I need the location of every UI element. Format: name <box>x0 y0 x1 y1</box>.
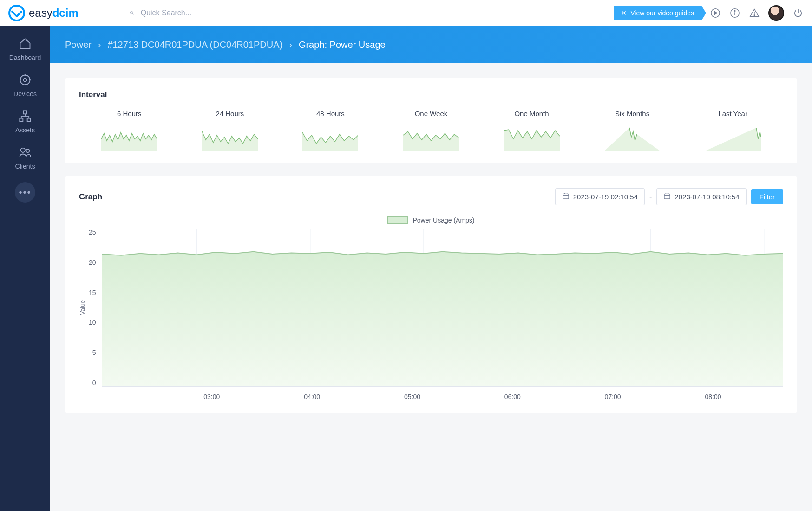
svg-point-10 <box>23 79 26 82</box>
svg-rect-15 <box>23 111 26 114</box>
chevron-right-icon: › <box>289 39 292 50</box>
video-guides-label: View our video guides <box>630 9 694 17</box>
sparkline-icon <box>604 125 660 151</box>
sidebar-item-label: Devices <box>13 90 37 98</box>
date-to-input[interactable]: 2023-07-19 08:10:54 <box>656 188 746 205</box>
svg-rect-17 <box>27 118 31 122</box>
interval-label: Six Months <box>615 110 649 118</box>
date-to-value: 2023-07-19 08:10:54 <box>674 193 739 201</box>
y-tick: 10 <box>89 319 96 326</box>
sidebar-item-devices[interactable]: Devices <box>13 73 37 98</box>
sparkline-icon <box>202 125 258 151</box>
interval-option[interactable]: 24 Hours <box>202 110 258 151</box>
sidebar-more-button[interactable]: ••• <box>15 182 35 203</box>
alert-icon[interactable] <box>749 7 760 19</box>
interval-option[interactable]: Six Months <box>604 110 660 151</box>
svg-point-6 <box>734 10 735 11</box>
chevron-right-icon: › <box>98 39 101 50</box>
legend-swatch-icon <box>387 216 408 224</box>
search-input[interactable] <box>141 9 280 17</box>
x-tick: 05:00 <box>362 393 463 400</box>
interval-option[interactable]: Last Year <box>705 110 761 151</box>
info-icon[interactable] <box>729 7 740 19</box>
interval-label: Last Year <box>718 110 747 118</box>
svg-rect-24 <box>563 194 569 199</box>
date-from-input[interactable]: 2023-07-19 02:10:54 <box>555 188 645 205</box>
svg-point-8 <box>754 14 755 15</box>
sparkline-icon <box>101 125 157 151</box>
brand-logo[interactable]: easydcim <box>8 5 79 21</box>
y-tick: 25 <box>89 229 96 236</box>
svg-point-23 <box>26 149 29 152</box>
graph-title: Graph <box>79 192 102 202</box>
interval-label: 6 Hours <box>117 110 142 118</box>
svg-rect-16 <box>20 118 23 122</box>
svg-line-1 <box>132 13 133 14</box>
sparkline-icon <box>403 125 459 151</box>
brand-name-b: dcim <box>52 7 79 20</box>
sparkline-icon <box>705 125 761 151</box>
graph-card: Graph 2023-07-19 02:10:54 - 2023-07-19 0… <box>65 176 797 413</box>
filter-button[interactable]: Filter <box>751 189 783 204</box>
sidebar-item-label: Dashboard <box>9 54 41 61</box>
logo-mark-icon <box>8 5 25 21</box>
breadcrumb-device[interactable]: #12713 DC04R01PDUA (DC04R01PDUA) <box>107 39 282 50</box>
sidebar-item-label: Clients <box>15 163 35 170</box>
x-tick: 04:00 <box>262 393 362 400</box>
svg-marker-3 <box>714 11 717 14</box>
y-tick: 5 <box>89 349 96 356</box>
svg-point-22 <box>21 148 25 152</box>
breadcrumb-power[interactable]: Power <box>65 39 92 50</box>
interval-option[interactable]: 6 Hours <box>101 110 157 151</box>
brand-name-a: easy <box>29 7 52 20</box>
video-guides-banner[interactable]: ✕ View our video guides <box>614 6 701 20</box>
legend-label: Power Usage (Amps) <box>413 216 474 224</box>
sparkline-icon <box>504 125 560 151</box>
date-from-value: 2023-07-19 02:10:54 <box>573 193 638 201</box>
chart-plot[interactable] <box>102 229 783 387</box>
y-tick: 20 <box>89 259 96 266</box>
sidebar-item-label: Assets <box>15 126 35 134</box>
y-tick: 0 <box>89 379 96 387</box>
interval-label: 48 Hours <box>316 110 345 118</box>
sidebar-item-clients[interactable]: Clients <box>15 146 35 170</box>
interval-option[interactable]: One Month <box>504 110 560 151</box>
calendar-icon <box>562 192 570 201</box>
close-icon[interactable]: ✕ <box>621 9 627 17</box>
x-tick: 07:00 <box>563 393 663 400</box>
interval-title: Interval <box>79 90 783 99</box>
avatar[interactable] <box>768 5 784 21</box>
interval-card: Interval 6 Hours24 Hours48 HoursOne Week… <box>65 78 797 163</box>
search-icon <box>130 7 141 19</box>
interval-label: One Week <box>415 110 448 118</box>
svg-rect-28 <box>664 194 670 199</box>
interval-option[interactable]: One Week <box>403 110 459 151</box>
play-icon[interactable] <box>710 7 721 19</box>
chart-legend: Power Usage (Amps) <box>79 216 783 224</box>
svg-point-0 <box>130 11 133 14</box>
power-icon[interactable] <box>792 7 804 19</box>
interval-label: One Month <box>514 110 549 118</box>
calendar-icon <box>663 192 671 201</box>
sidebar-item-assets[interactable]: Assets <box>15 110 35 134</box>
interval-option[interactable]: 48 Hours <box>302 110 358 151</box>
sidebar-item-dashboard[interactable]: Dashboard <box>9 37 41 61</box>
x-tick: 03:00 <box>162 393 262 400</box>
y-tick: 15 <box>89 289 96 296</box>
date-range-separator: - <box>649 193 652 201</box>
x-tick: 08:00 <box>663 393 763 400</box>
x-tick: 06:00 <box>462 393 563 400</box>
breadcrumb-current: Graph: Power Usage <box>299 39 386 50</box>
breadcrumb: Power › #12713 DC04R01PDUA (DC04R01PDUA)… <box>50 26 812 63</box>
y-axis-label: Value <box>79 300 86 315</box>
interval-label: 24 Hours <box>216 110 244 118</box>
sparkline-icon <box>302 125 358 151</box>
svg-point-9 <box>20 75 30 85</box>
